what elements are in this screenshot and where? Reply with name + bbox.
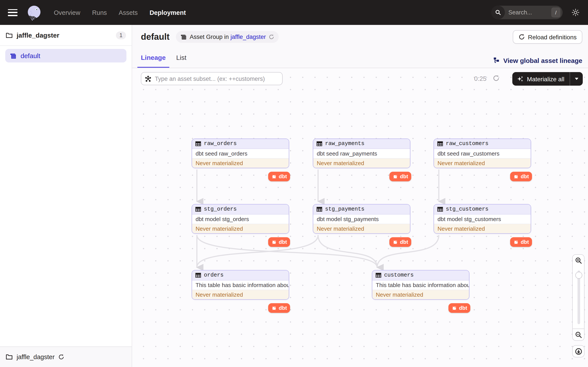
search-icon	[491, 6, 505, 19]
tab-list[interactable]: List	[176, 52, 186, 68]
zoom-slider[interactable]	[572, 266, 585, 329]
asset-description: dbt seed raw_orders	[192, 149, 289, 158]
dbt-badge-label: dbt	[521, 174, 529, 180]
asset-status: Never materialized	[313, 224, 410, 233]
asset-node-header: customers	[372, 270, 469, 281]
dbt-badge[interactable]: dbt	[510, 172, 532, 181]
dbt-badge[interactable]: dbt	[268, 303, 290, 313]
asset-node-stg_orders[interactable]: stg_ordersdbt model stg_ordersNever mate…	[192, 204, 289, 234]
search-shortcut-key: /	[551, 8, 561, 17]
asset-node-customers[interactable]: customersThis table has basic informatio…	[372, 270, 469, 300]
dbt-badge-label: dbt	[521, 239, 529, 245]
asset-group-icon	[180, 34, 187, 40]
tabs: Lineage List	[141, 52, 186, 68]
asset-node-orders[interactable]: ordersThis table has basic information a…	[192, 270, 289, 300]
asset-name: stg_payments	[325, 206, 364, 212]
table-icon	[375, 272, 381, 278]
reload-icon	[518, 34, 525, 40]
dbt-logo-icon	[271, 239, 277, 245]
dbt-badge-label: dbt	[279, 174, 287, 180]
asset-description: dbt model stg_payments	[313, 215, 410, 224]
asset-name: stg_customers	[446, 206, 488, 212]
table-icon	[316, 206, 322, 212]
asset-node-header: raw_payments	[313, 139, 410, 149]
search-placeholder: Search...	[508, 9, 551, 16]
asset-description: dbt seed raw_customers	[434, 149, 531, 158]
dbt-badge-label: dbt	[400, 239, 408, 245]
reload-location-icon[interactable]	[58, 354, 64, 360]
asset-node-header: stg_payments	[313, 204, 410, 215]
refresh-group-icon[interactable]	[268, 34, 274, 40]
menu-icon[interactable]	[8, 9, 17, 16]
nav-item-assets[interactable]: Assets	[119, 9, 138, 16]
dbt-badge[interactable]: dbt	[510, 237, 532, 247]
asset-description: dbt seed raw_payments	[313, 149, 410, 158]
zoom-out-button[interactable]	[572, 329, 585, 341]
asset-group-icon	[10, 52, 17, 59]
asset-node-header: stg_orders	[192, 204, 289, 215]
asset-node-header: orders	[192, 270, 289, 281]
dagster-logo-icon[interactable]	[25, 4, 43, 21]
asset-node-raw_payments[interactable]: raw_paymentsdbt seed raw_paymentsNever m…	[313, 139, 410, 168]
sidebar-project-count: 1	[116, 31, 126, 39]
dbt-badge-label: dbt	[400, 174, 408, 180]
nav-item-overview[interactable]: Overview	[54, 9, 80, 16]
dbt-badge-label: dbt	[459, 305, 467, 311]
lineage-edge-stg_payments-to-customers	[318, 235, 377, 267]
sidebar-footer: jaffle_dagster	[0, 346, 132, 367]
dbt-badge[interactable]: dbt	[268, 172, 290, 181]
tab-lineage[interactable]: Lineage	[141, 52, 166, 68]
dbt-badge[interactable]: dbt	[268, 237, 290, 247]
asset-node-stg_customers[interactable]: stg_customersdbt model stg_customersNeve…	[433, 204, 531, 234]
dbt-badge[interactable]: dbt	[389, 237, 411, 247]
view-global-asset-lineage-label: View global asset lineage	[503, 57, 582, 64]
asset-status: Never materialized	[434, 158, 531, 168]
main-panel: default Asset Group in jaffle_dagster Re…	[132, 25, 588, 367]
dbt-logo-icon	[392, 239, 398, 245]
asset-description: dbt model stg_orders	[192, 215, 289, 224]
asset-node-header: raw_customers	[434, 139, 531, 149]
nav-item-deployment[interactable]: Deployment	[150, 9, 186, 16]
sidebar-item-default[interactable]: default	[5, 49, 126, 62]
reload-definitions-label: Reload definitions	[528, 33, 577, 40]
dbt-badge-label: dbt	[279, 239, 287, 245]
recenter-graph-button[interactable]	[572, 345, 585, 357]
table-icon	[316, 141, 322, 147]
lineage-canvas[interactable]: raw_ordersdbt seed raw_ordersNever mater…	[132, 69, 588, 367]
top-nav-bar: Overview Runs Assets Deployment Search..…	[0, 0, 588, 25]
zoom-slider-knob[interactable]	[575, 272, 582, 279]
nav-item-runs[interactable]: Runs	[92, 9, 107, 16]
view-global-asset-lineage-link[interactable]: View global asset lineage	[494, 57, 582, 64]
dbt-logo-icon	[271, 174, 277, 179]
search-input[interactable]: Search... /	[491, 6, 563, 19]
sidebar-item-label: default	[21, 52, 40, 59]
asset-node-stg_payments[interactable]: stg_paymentsdbt model stg_paymentsNever …	[313, 204, 410, 234]
asset-name: raw_payments	[325, 141, 364, 147]
asset-status: Never materialized	[192, 224, 289, 233]
lineage-graph-icon	[494, 57, 500, 64]
folder-icon	[6, 353, 13, 360]
reload-definitions-button[interactable]: Reload definitions	[512, 30, 582, 44]
dbt-logo-icon	[513, 174, 519, 179]
settings-gear-icon[interactable]	[569, 6, 582, 19]
dagster-app: Overview Runs Assets Deployment Search..…	[0, 0, 588, 367]
asset-node-raw_orders[interactable]: raw_ordersdbt seed raw_ordersNever mater…	[192, 139, 289, 168]
dbt-badge[interactable]: dbt	[449, 303, 470, 313]
sidebar-project-row[interactable]: jaffle_dagster 1	[0, 25, 132, 46]
page-title: default	[141, 32, 170, 42]
dbt-badge-label: dbt	[279, 305, 287, 311]
table-icon	[437, 206, 443, 212]
table-icon	[195, 141, 201, 147]
dbt-logo-icon	[392, 174, 398, 179]
asset-name: orders	[204, 272, 224, 278]
asset-name: raw_customers	[446, 141, 488, 147]
asset-node-header: stg_customers	[434, 204, 531, 215]
asset-name: raw_orders	[204, 141, 237, 147]
asset-group-project-link[interactable]: jaffle_dagster	[231, 34, 266, 40]
dbt-badge[interactable]: dbt	[389, 172, 411, 181]
asset-node-raw_customers[interactable]: raw_customersdbt seed raw_customersNever…	[433, 139, 531, 168]
asset-description: This table has basic information about .…	[192, 281, 289, 290]
table-icon	[195, 272, 201, 278]
zoom-in-button[interactable]	[572, 254, 585, 267]
asset-status: Never materialized	[372, 290, 469, 299]
